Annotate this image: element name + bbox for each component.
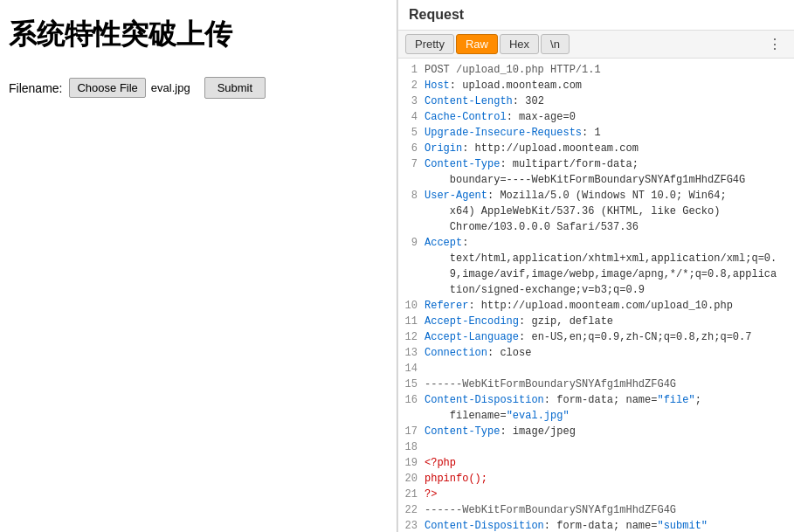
line-number: 19 [398,455,425,471]
request-line: 8User-Agent: Mozilla/5.0 (Windows NT 10.… [398,188,794,235]
line-number: 18 [398,439,425,455]
line-number: 17 [398,424,425,439]
line-content: Content-Disposition: form-data; name="su… [425,518,794,532]
line-content: Origin: http://upload.moonteam.com [425,141,794,156]
chosen-file-label: eval.jpg [151,81,190,94]
request-line: 4Cache-Control: max-age=0 [398,109,794,125]
request-line: 18 [398,439,794,455]
request-line: 12Accept-Language: en-US,en;q=0.9,zh-CN;… [398,329,794,345]
request-header: Request [398,0,794,31]
request-line: 11Accept-Encoding: gzip, deflate [398,314,794,329]
request-line: 3Content-Length: 302 [398,93,794,109]
request-line: 7Content-Type: multipart/form-data; boun… [398,156,794,188]
line-number: 4 [398,109,425,125]
line-content: Content-Type: image/jpeg [425,424,794,439]
request-line: 16Content-Disposition: form-data; name="… [398,392,794,424]
request-line: 14 [398,361,794,377]
tab-hex[interactable]: Hex [500,34,539,54]
request-line: 20phpinfo(); [398,471,794,487]
line-number: 23 [398,518,425,532]
line-number: 20 [398,471,425,487]
line-content: phpinfo(); [425,471,794,487]
request-line: 15------WebKitFormBoundarySNYAfg1mHhdZFG… [398,377,794,392]
line-number: 16 [398,392,425,424]
line-number: 13 [398,345,425,361]
line-content: Connection: close [425,345,794,361]
line-content: ?> [425,487,794,502]
line-number: 22 [398,502,425,518]
tab-raw[interactable]: Raw [456,34,498,54]
request-line: 17Content-Type: image/jpeg [398,424,794,439]
line-content: User-Agent: Mozilla/5.0 (Windows NT 10.0… [425,188,794,235]
line-content: Accept-Encoding: gzip, deflate [425,314,794,329]
tabs-bar: Pretty Raw Hex \n ⋮ [398,31,794,59]
request-line: 19<?php [398,455,794,471]
right-panel: Request Pretty Raw Hex \n ⋮ 1POST /uploa… [397,0,794,532]
line-number: 5 [398,125,425,141]
left-panel: 系统特性突破上传 Filename: Choose File eval.jpg … [0,0,397,532]
line-content: Host: upload.moonteam.com [425,78,794,93]
request-line: 10Referer: http://upload.moonteam.com/up… [398,298,794,314]
line-content: Content-Disposition: form-data; name="fi… [425,392,794,424]
line-content: <?php [425,455,794,471]
line-content: Referer: http://upload.moonteam.com/uplo… [425,298,794,314]
line-content: Accept: text/html,application/xhtml+xml,… [425,235,794,298]
line-content: Cache-Control: max-age=0 [425,109,794,125]
line-number: 21 [398,487,425,502]
tab-newline[interactable]: \n [541,34,570,54]
line-number: 8 [398,188,425,235]
tab-pretty[interactable]: Pretty [405,34,454,54]
line-number: 1 [398,62,425,78]
line-number: 11 [398,314,425,329]
choose-file-button[interactable]: Choose File [69,78,145,98]
request-line: 2Host: upload.moonteam.com [398,78,794,93]
request-line: 9Accept: text/html,application/xhtml+xml… [398,235,794,298]
line-content: Accept-Language: en-US,en;q=0.9,zh-CN;q=… [425,329,794,345]
line-number: 6 [398,141,425,156]
request-content[interactable]: 1POST /upload_10.php HTTP/1.12Host: uplo… [398,59,794,532]
line-content: Upgrade-Insecure-Requests: 1 [425,125,794,141]
line-number: 14 [398,361,425,377]
line-number: 7 [398,156,425,188]
line-content [425,361,794,377]
request-line: 13Connection: close [398,345,794,361]
file-input-wrapper: Choose File eval.jpg [69,78,190,98]
upload-form: Filename: Choose File eval.jpg Submit [9,77,388,99]
line-content [425,439,794,455]
line-content: Content-Length: 302 [425,93,794,109]
request-line: 6Origin: http://upload.moonteam.com [398,141,794,156]
line-number: 12 [398,329,425,345]
line-number: 9 [398,235,425,298]
line-number: 2 [398,78,425,93]
line-number: 15 [398,377,425,392]
page-title: 系统特性突破上传 [9,17,388,51]
filename-label: Filename: [9,81,62,95]
line-number: 10 [398,298,425,314]
line-number: 3 [398,93,425,109]
request-line: 23Content-Disposition: form-data; name="… [398,518,794,532]
line-content: Content-Type: multipart/form-data; bound… [425,156,794,188]
request-line: 22------WebKitFormBoundarySNYAfg1mHhdZFG… [398,502,794,518]
line-content: ------WebKitFormBoundarySNYAfg1mHhdZFG4G [425,502,794,518]
line-content: POST /upload_10.php HTTP/1.1 [425,62,794,78]
menu-icon-button[interactable]: ⋮ [763,34,787,54]
request-line: 21?> [398,487,794,502]
request-line: 5Upgrade-Insecure-Requests: 1 [398,125,794,141]
submit-button[interactable]: Submit [204,77,266,99]
line-content: ------WebKitFormBoundarySNYAfg1mHhdZFG4G [425,377,794,392]
request-line: 1POST /upload_10.php HTTP/1.1 [398,62,794,78]
